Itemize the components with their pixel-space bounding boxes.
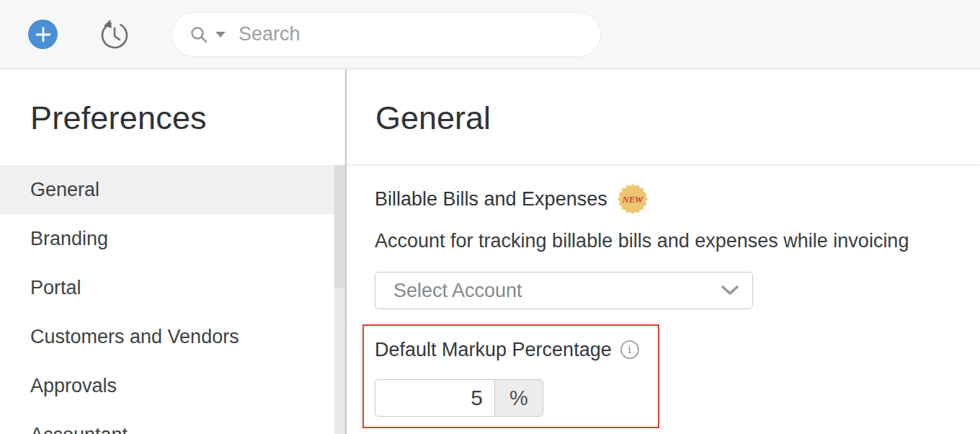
plus-icon [35,26,52,43]
sidebar-scrollbar-thumb[interactable] [334,165,345,288]
page-title: General [375,99,980,137]
new-badge-icon: NEW [618,184,648,214]
sidebar-scrollbar[interactable] [334,165,345,434]
main-header: General [347,69,980,165]
sidebar-title: Preferences [30,99,345,137]
account-select[interactable]: Select Account [375,272,753,309]
recent-history-button[interactable] [98,18,131,51]
sidebar-item-branding[interactable]: Branding [0,214,345,263]
billable-section-heading-row: Billable Bills and Expenses NEW [375,184,980,214]
markup-highlight-box: Default Markup Percentage i % [362,324,659,428]
preferences-sidebar: Preferences General Branding Portal Cust… [0,69,347,434]
markup-label-row: Default Markup Percentage i [375,337,658,362]
percent-unit-addon: % [495,379,543,417]
add-new-button[interactable] [28,19,58,49]
sidebar-item-approvals[interactable]: Approvals [0,361,345,410]
app-body: Preferences General Branding Portal Cust… [0,69,980,434]
sidebar-item-general[interactable]: General [0,165,345,214]
search-input[interactable] [239,23,600,45]
sidebar-item-accountant[interactable]: Accountant [0,410,345,434]
sidebar-item-customers-and-vendors[interactable]: Customers and Vendors [0,312,345,361]
chevron-down-icon [721,285,739,296]
markup-label: Default Markup Percentage [375,337,612,362]
markup-percentage-input[interactable] [375,379,495,417]
section-heading: Billable Bills and Expenses [375,187,607,211]
search-bar[interactable] [172,12,601,57]
main-body: Billable Bills and Expenses NEW Account … [347,165,980,428]
section-description: Account for tracking billable bills and … [375,229,980,253]
search-scope-caret-icon[interactable] [215,32,226,37]
sidebar-header: Preferences [0,69,345,165]
search-icon [190,25,208,44]
top-bar [0,0,980,69]
sidebar-item-portal[interactable]: Portal [0,263,345,312]
markup-input-group: % [375,379,658,417]
history-clock-icon [98,18,131,51]
account-select-value: Select Account [393,280,721,302]
main-panel: General Billable Bills and Expenses NEW … [347,69,980,434]
info-icon[interactable]: i [620,340,639,359]
new-badge-label: NEW [621,195,643,205]
